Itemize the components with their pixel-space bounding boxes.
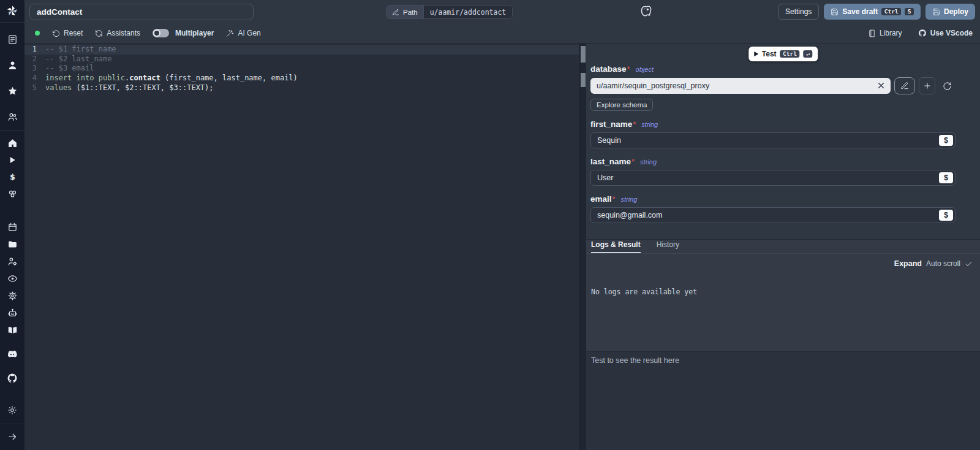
user-cog-icon	[7, 256, 18, 267]
resources-icon	[7, 189, 18, 199]
ai-gen-button[interactable]: AI Gen	[226, 29, 260, 37]
use-vscode-button[interactable]: Use VScode	[918, 29, 973, 37]
database-resource-input[interactable]	[590, 78, 891, 94]
wand-icon	[226, 29, 234, 37]
sidebar-item-discord[interactable]	[0, 346, 24, 363]
sidebar-item-apps[interactable]	[0, 31, 24, 48]
code-line[interactable]: 3-- $3 email	[24, 64, 579, 74]
result-area: Test to see the result here	[586, 351, 980, 450]
sidebar-item-user[interactable]	[0, 56, 24, 74]
calendar-icon	[7, 222, 18, 232]
sidebar-item-workers[interactable]	[0, 305, 24, 322]
args-form: database* object Explore schema first_na…	[590, 62, 956, 223]
save-draft-label: Save draft	[842, 7, 878, 16]
save-draft-button[interactable]: Save draft Ctrl S	[824, 4, 921, 20]
required-asterisk: *	[633, 120, 636, 129]
script-name-input[interactable]	[29, 4, 254, 20]
check-icon[interactable]	[965, 260, 973, 268]
sidebar-item-theme-toggle[interactable]	[0, 402, 24, 419]
save-icon	[932, 8, 940, 16]
panel-splitter[interactable]	[579, 44, 586, 450]
sidebar-item-folders[interactable]	[0, 236, 24, 253]
test-button[interactable]: Test Ctrl ↵	[748, 47, 818, 61]
insert-variable-button[interactable]: $	[939, 172, 953, 183]
star-icon	[7, 86, 18, 96]
field-type-first-name: string	[641, 121, 658, 128]
collapse-arrow-icon	[7, 432, 18, 442]
insert-variable-button[interactable]: $	[939, 135, 953, 146]
field-type-last-name: string	[640, 158, 657, 166]
sidebar-collapse-button[interactable]	[0, 428, 24, 445]
splitter-handle[interactable]	[581, 73, 586, 87]
reset-button[interactable]: Reset	[52, 29, 83, 37]
kbd-s: S	[905, 8, 914, 16]
assistants-button[interactable]: Assistants	[95, 29, 140, 37]
library-label: Library	[880, 29, 902, 37]
sidebar-item-resources[interactable]	[0, 186, 24, 203]
panel-list-icon	[7, 34, 18, 45]
discord-icon	[7, 349, 18, 360]
windmill-logo[interactable]	[0, 0, 24, 23]
code-editor[interactable]: 1-- $1 first_name2-- $2 last_name3-- $3 …	[24, 44, 579, 450]
plus-icon	[923, 82, 932, 90]
email-input[interactable]	[590, 207, 956, 223]
sidebar-item-github[interactable]	[0, 370, 24, 387]
sidebar-item-favorites[interactable]	[0, 82, 24, 99]
deploy-button[interactable]: Deploy	[925, 4, 975, 20]
refresh-icon	[95, 29, 103, 37]
field-name-email: email	[590, 194, 612, 204]
required-asterisk: *	[631, 157, 635, 166]
library-button[interactable]: Library	[868, 29, 902, 37]
refresh-icon	[943, 82, 952, 91]
play-icon	[754, 51, 758, 56]
multiplayer-label: Multiplayer	[175, 29, 214, 37]
top-bar: Path u/aamir/addcontact Settings Save dr…	[24, 0, 980, 23]
clear-icon[interactable]	[876, 81, 886, 90]
play-icon	[7, 155, 17, 165]
book-icon	[868, 29, 876, 37]
scrollbar-thumb[interactable]	[581, 46, 586, 63]
sidebar-item-docs[interactable]	[0, 322, 24, 339]
sidebar-item-home[interactable]	[0, 134, 24, 151]
sidebar-item-settings[interactable]	[0, 288, 24, 305]
code-line[interactable]: 2-- $2 last_name	[24, 55, 579, 64]
sidebar-item-runs[interactable]	[0, 151, 24, 169]
path-editor[interactable]: Path u/aamir/addcontact	[386, 5, 513, 19]
last-name-input[interactable]	[590, 170, 956, 186]
expand-button[interactable]: Expand	[894, 259, 922, 268]
use-vscode-label: Use VScode	[930, 29, 973, 37]
deploy-label: Deploy	[944, 7, 968, 16]
home-icon	[7, 138, 18, 148]
field-type-database: object	[636, 66, 654, 73]
multiplayer-toggle[interactable]	[153, 29, 169, 37]
field-name-first-name: first_name	[590, 120, 632, 129]
line-number: 2	[24, 55, 45, 64]
tab-history[interactable]: History	[657, 240, 679, 253]
dollar-icon: $	[7, 172, 18, 182]
code-line[interactable]: 5values ($1::TEXT, $2::TEXT, $3::TEXT);	[24, 83, 579, 93]
multiplayer-toggle-group: Multiplayer	[153, 29, 214, 37]
user-icon	[7, 60, 18, 71]
sidebar-item-groups[interactable]	[0, 253, 24, 270]
line-number: 3	[24, 64, 45, 74]
result-placeholder: Test to see the result here	[591, 356, 679, 365]
add-resource-button[interactable]	[919, 77, 935, 94]
sidebar-item-workspace-users[interactable]	[0, 108, 24, 125]
code-line[interactable]: 4insert into public.contact (first_name,…	[24, 74, 579, 83]
settings-button[interactable]: Settings	[778, 4, 819, 20]
refresh-resource-button[interactable]	[939, 77, 956, 94]
tab-logs-result[interactable]: Logs & Result	[591, 240, 641, 253]
sidebar-item-variables[interactable]: $	[0, 169, 24, 186]
edit-resource-button[interactable]	[894, 77, 915, 94]
auto-scroll-toggle[interactable]: Auto scroll	[926, 259, 960, 268]
sidebar-item-audit-logs[interactable]	[0, 270, 24, 288]
users-icon	[7, 112, 18, 122]
code-lines: 1-- $1 first_name2-- $2 last_name3-- $3 …	[24, 45, 579, 93]
left-sidebar: $	[0, 0, 24, 450]
insert-variable-button[interactable]: $	[939, 210, 953, 221]
line-number: 5	[24, 83, 45, 93]
code-line[interactable]: 1-- $1 first_name	[24, 45, 579, 55]
explore-schema-button[interactable]: Explore schema	[590, 99, 653, 111]
first-name-input[interactable]	[590, 132, 956, 148]
sidebar-item-schedules[interactable]	[0, 219, 24, 236]
